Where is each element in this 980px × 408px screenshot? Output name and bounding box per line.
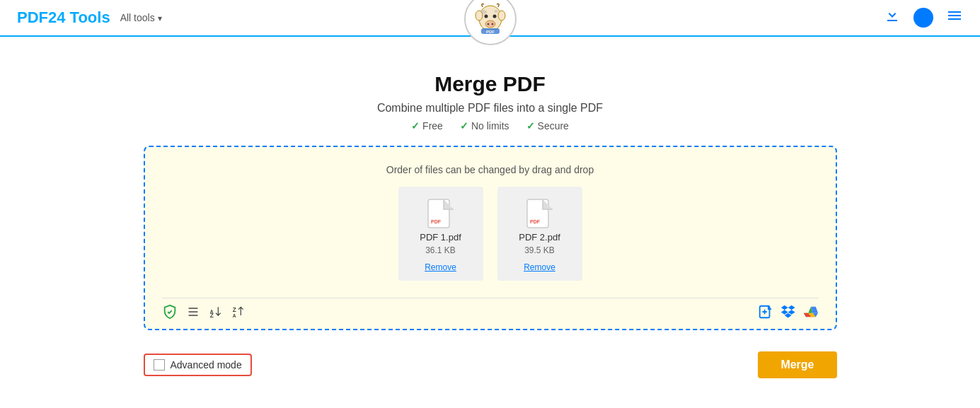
header-actions	[884, 7, 963, 28]
download-icon[interactable]	[884, 7, 901, 28]
svg-text:PDF: PDF	[431, 219, 442, 224]
file-card: PDF PDF 1.pdf 36.1 KB Remove	[398, 187, 483, 281]
dropbox-icon[interactable]	[780, 304, 796, 323]
google-drive-icon[interactable]	[803, 304, 819, 323]
advanced-mode-checkbox[interactable]	[154, 359, 165, 371]
hamburger-icon[interactable]	[946, 7, 963, 28]
pdf-file-icon: PDF	[526, 198, 554, 232]
bottom-bar: Advanced mode Merge	[144, 344, 837, 385]
feature-secure: ✓ Secure	[526, 120, 569, 132]
drop-zone-toolbar: A Z Z A	[162, 298, 819, 329]
site-logo[interactable]: PDF24 Tools	[17, 8, 110, 27]
remove-file-button[interactable]: Remove	[524, 262, 555, 272]
svg-rect-18	[188, 315, 197, 316]
svg-text:A: A	[232, 313, 236, 318]
svg-point-5	[485, 21, 495, 28]
merge-button[interactable]: Merge	[758, 351, 836, 378]
list-icon[interactable]	[186, 305, 200, 322]
sort-az-icon[interactable]: A Z	[209, 305, 223, 322]
shield-check-icon[interactable]	[162, 304, 178, 323]
file-size: 36.1 KB	[425, 245, 456, 255]
user-icon[interactable]	[913, 8, 933, 28]
sort-za-icon[interactable]: Z A	[231, 305, 246, 322]
add-file-icon[interactable]	[758, 304, 773, 323]
advanced-mode-label[interactable]: Advanced mode	[144, 354, 252, 376]
svg-point-4	[492, 15, 496, 18]
drop-zone-hint: Order of files can be changed by drag an…	[162, 164, 819, 175]
svg-text:Z: Z	[209, 312, 213, 319]
svg-point-9	[494, 10, 498, 13]
file-card: PDF PDF 2.pdf 39.5 KB Remove	[497, 187, 582, 281]
file-card-list: PDF PDF 1.pdf 36.1 KB Remove PDF PDF 2.p…	[162, 187, 819, 292]
svg-point-3	[484, 15, 488, 18]
title-area: Merge PDF Combine multiple PDF files int…	[17, 72, 963, 132]
svg-point-6	[487, 23, 489, 25]
svg-point-2	[498, 11, 505, 21]
advanced-mode-text: Advanced mode	[171, 359, 242, 371]
chevron-down-icon	[158, 12, 162, 23]
all-tools-menu[interactable]: All tools	[120, 12, 162, 23]
file-name: PDF 1.pdf	[420, 232, 461, 243]
mascot-icon: PDF	[471, 0, 509, 38]
file-size: 39.5 KB	[524, 245, 555, 255]
toolbar-right	[758, 304, 819, 323]
pdf-file-icon: PDF	[427, 198, 455, 232]
page-subtitle: Combine multiple PDF files into a single…	[17, 102, 963, 115]
svg-rect-17	[188, 311, 197, 313]
header: PDF24 Tools All tools	[0, 0, 980, 37]
drop-zone[interactable]: Order of files can be changed by drag an…	[144, 146, 837, 330]
mascot-circle: PDF	[464, 0, 517, 45]
svg-text:PDF: PDF	[530, 219, 541, 224]
remove-file-button[interactable]: Remove	[425, 262, 456, 272]
main-content: Merge PDF Combine multiple PDF files int…	[0, 37, 980, 400]
file-name: PDF 2.pdf	[519, 232, 560, 243]
svg-rect-16	[188, 308, 197, 309]
svg-text:PDF: PDF	[486, 30, 495, 34]
toolbar-left: A Z Z A	[162, 304, 246, 323]
feature-list: ✓ Free ✓ No limits ✓ Secure	[17, 120, 963, 132]
header-logo-area: PDF	[464, 0, 517, 45]
svg-text:Z: Z	[232, 306, 236, 313]
feature-free: ✓ Free	[411, 120, 443, 132]
feature-nolimits: ✓ No limits	[460, 120, 509, 132]
page-title: Merge PDF	[17, 72, 963, 96]
svg-point-8	[481, 10, 487, 14]
svg-point-7	[491, 23, 493, 25]
